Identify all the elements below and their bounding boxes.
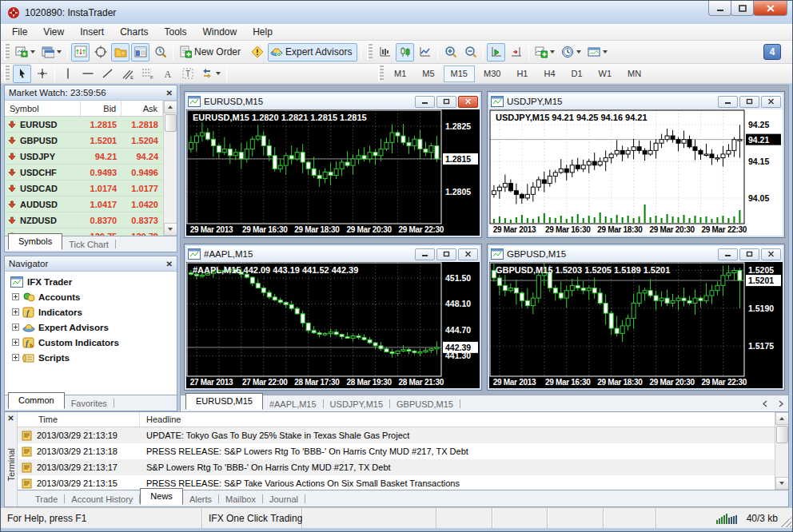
timeframe-m30[interactable]: M30 [476,66,508,82]
expand-icon[interactable] [12,308,19,316]
chart-close-button[interactable] [458,248,478,260]
news-row[interactable]: 2013/03/29 21:13:17S&P Lowers Rtg To 'BB… [18,459,775,475]
scroll-up-icon[interactable] [775,412,789,425]
navigator-header[interactable]: Navigator ✕ [5,256,177,272]
timeframe-h4[interactable]: H4 [536,66,562,82]
fibonacci-tool[interactable]: F [138,65,157,83]
timeframe-m5[interactable]: M5 [415,66,441,82]
periods-button[interactable] [559,43,584,62]
expand-icon[interactable] [12,293,19,300]
indicators-button[interactable] [532,43,557,62]
close-button[interactable] [753,1,787,16]
tree-item-custom-indicators[interactable]: fCustom Indicators [5,335,177,350]
expand-icon[interactable] [12,324,19,331]
tree-item-indicators[interactable]: fIndicators [5,304,177,320]
menu-help[interactable]: Help [245,24,281,40]
tab-alerts[interactable]: Alerts [183,493,218,506]
chart-title-bar[interactable]: GBPUSD,M15 [489,246,783,262]
chart-restore-button[interactable] [739,248,759,260]
timeframe-w1[interactable]: W1 [592,66,620,82]
column-time[interactable]: Time [18,412,140,427]
tab-symbols[interactable]: Symbols [8,233,62,250]
chart-tab-usdjpy-m15[interactable]: USDJPY,M15 [324,398,389,411]
chart-window--aapl-m15[interactable]: #AAPL,M15#AAPL,M15 442.09 443.19 441.52 … [184,244,482,391]
menu-window[interactable]: Window [195,24,245,40]
tab-tick-chart[interactable]: Tick Chart [62,238,115,252]
channel-tool[interactable]: E [118,65,137,83]
column-ask[interactable]: Ask [122,101,163,116]
market-watch-row[interactable]: USDCAD1.01741.0177 [5,181,163,197]
new-order-button[interactable]: New Order [177,43,246,62]
line-chart-button[interactable] [416,43,434,62]
scroll-thumb[interactable] [165,114,177,132]
timeframe-h1[interactable]: H1 [509,66,535,82]
arrows-tool[interactable] [198,65,223,83]
menu-charts[interactable]: Charts [112,24,156,40]
strategy-tester-button[interactable] [151,43,169,62]
timeframe-mn[interactable]: MN [620,66,648,82]
timeframe-m15[interactable]: M15 [444,66,475,82]
minimize-button[interactable] [708,1,731,16]
tree-item-expert-advisors[interactable]: Expert Advisors [5,320,177,335]
column-symbol[interactable]: Symbol [5,101,81,116]
column-bid[interactable]: Bid [81,101,122,116]
messages-badge[interactable]: 4 [763,44,781,60]
tab-journal[interactable]: Journal [263,493,305,506]
column-headline[interactable]: Headline [140,415,775,424]
chart-minimize-button[interactable] [415,248,435,260]
text-tool[interactable]: A [158,65,177,83]
periods-button-dropdown-icon[interactable] [576,50,581,54]
chart-canvas[interactable]: EURUSD,M15 1.2820 1.2821 1.2815 1.28151.… [186,109,480,236]
news-row[interactable]: 2013/03/29 21:13:18PRESS RELEASE: S&P Lo… [18,443,775,459]
vertical-line-tool[interactable] [58,65,77,83]
arrows-tool-dropdown-icon[interactable] [216,72,221,75]
cursor-tool[interactable] [13,65,31,83]
expand-icon[interactable] [12,339,19,346]
news-row[interactable]: 2013/03/29 21:13:15PRESS RELEASE: S&P Ta… [18,475,775,490]
chart-close-button[interactable] [761,96,781,108]
alert-button[interactable] [248,43,266,62]
chart-close-button[interactable] [458,96,478,108]
menu-view[interactable]: View [35,24,72,40]
chart-minimize-button[interactable] [718,96,738,108]
title-bar[interactable]: 1020890: InstaTrader [1,1,792,24]
expand-icon[interactable] [12,354,19,361]
candlestick-button[interactable] [396,43,414,62]
zoom-in-button[interactable] [441,43,460,62]
timeframe-d1[interactable]: D1 [564,66,590,82]
auto-scroll-toggle[interactable] [487,43,505,62]
terminal-close-icon[interactable]: ✕ [7,414,14,423]
scroll-up-icon[interactable] [164,101,177,113]
chart-canvas[interactable]: USDJPY,M15 94.21 94.25 94.16 94.2194.259… [489,109,783,236]
status-one-click-trading[interactable]: IFX One Click Trading [202,508,302,528]
market-watch-row[interactable]: GBPUSD1.52011.5204 [5,133,163,149]
horizontal-line-tool[interactable] [78,65,97,83]
scroll-down-icon[interactable] [775,477,789,490]
tab-mailbox[interactable]: Mailbox [219,493,262,506]
market-watch-row[interactable]: EURUSD1.28151.2818 [5,117,163,133]
bar-chart-button[interactable] [376,43,394,62]
new-chart-button[interactable] [13,43,38,62]
tree-root-ifx-trader[interactable]: IFX Trader [5,274,177,289]
chart-title-bar[interactable]: #AAPL,M15 [186,246,480,262]
chart-restore-button[interactable] [436,248,456,260]
chart-tab-eurusd-m15[interactable]: EURUSD,M15 [185,393,263,410]
data-window-button[interactable] [91,43,110,62]
menu-file[interactable]: File [4,24,35,40]
chart-shift-button[interactable] [507,43,525,62]
text-label-tool[interactable]: T [178,65,197,83]
news-row[interactable]: 2013/03/29 21:13:19UPDATE: Tokyo Gas To … [18,427,775,443]
chart-title-bar[interactable]: USDJPY,M15 [489,93,783,109]
chart-restore-button[interactable] [436,96,456,108]
market-watch-toggle[interactable] [71,43,90,62]
chart-minimize-button[interactable] [415,96,435,108]
chart-tab-scroll-arrows[interactable] [763,400,783,407]
navigator-close-icon[interactable]: ✕ [166,260,173,268]
chart-canvas[interactable]: #AAPL,M15 442.09 443.19 441.52 442.39451… [186,262,480,388]
tab-common[interactable]: Common [8,392,65,409]
chart-window-usdjpy-m15[interactable]: USDJPY,M15USDJPY,M15 94.21 94.25 94.16 9… [487,91,785,238]
tab-favorites[interactable]: Favorites [65,397,114,411]
chart-tab--aapl-m15[interactable]: #AAPL,M15 [263,398,323,411]
navigator-toggle[interactable] [111,43,130,62]
chart-title-bar[interactable]: EURUSD,M15 [186,93,480,109]
